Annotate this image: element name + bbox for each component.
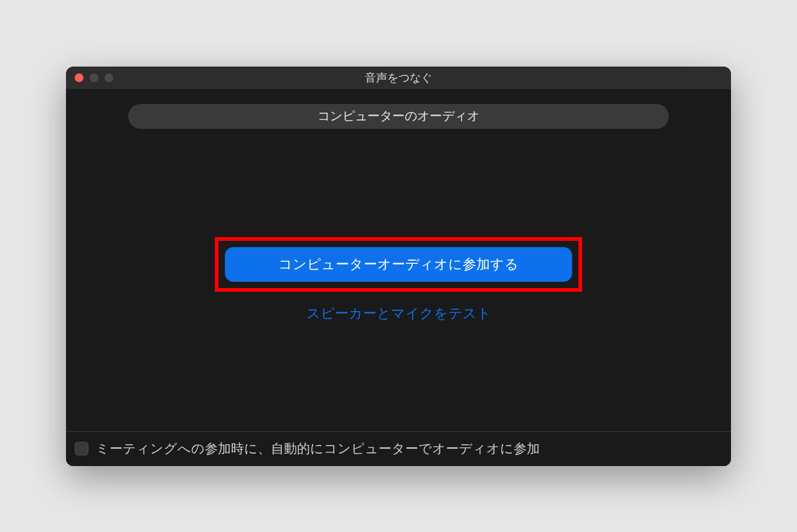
annotation-highlight: コンピューターオーディオに参加する bbox=[215, 237, 582, 292]
close-icon[interactable] bbox=[75, 73, 83, 82]
tab-bar: コンピューターのオーディオ bbox=[66, 89, 731, 129]
test-speaker-mic-link[interactable]: スピーカーとマイクをテスト bbox=[306, 304, 491, 323]
dialog-content: コンピューターオーディオに参加する スピーカーとマイクをテスト bbox=[66, 129, 731, 431]
auto-join-audio-checkbox[interactable] bbox=[75, 442, 88, 455]
dialog-footer: ミーティングへの参加時に、自動的にコンピューターでオーディオに参加 bbox=[66, 431, 731, 466]
titlebar: 音声をつなぐ bbox=[66, 67, 731, 89]
tab-computer-audio[interactable]: コンピューターのオーディオ bbox=[128, 104, 669, 129]
traffic-lights bbox=[75, 73, 113, 82]
audio-connect-dialog: 音声をつなぐ コンピューターのオーディオ コンピューターオーディオに参加する ス… bbox=[66, 67, 731, 466]
minimize-icon[interactable] bbox=[90, 73, 98, 82]
join-computer-audio-button[interactable]: コンピューターオーディオに参加する bbox=[225, 247, 572, 282]
auto-join-audio-label: ミーティングへの参加時に、自動的にコンピューターでオーディオに参加 bbox=[96, 440, 540, 457]
window-title: 音声をつなぐ bbox=[66, 70, 731, 85]
maximize-icon[interactable] bbox=[105, 73, 113, 82]
